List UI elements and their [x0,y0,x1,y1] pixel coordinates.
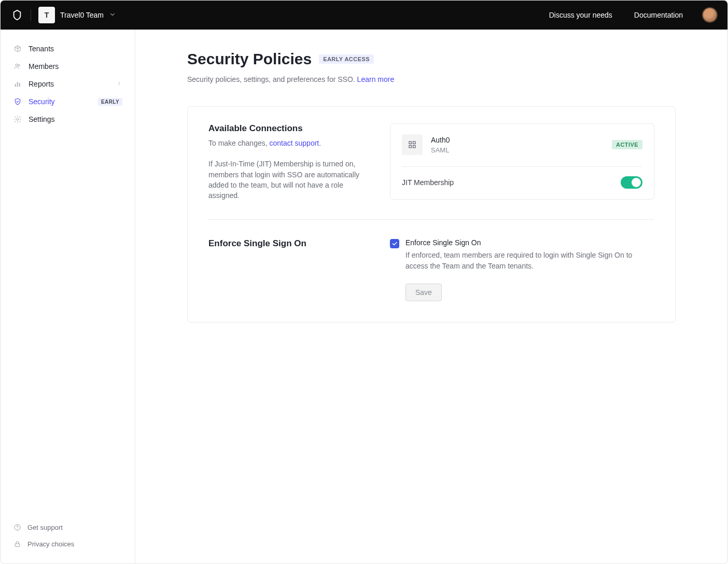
svg-rect-11 [409,146,412,148]
footer-label: Get support [27,524,63,531]
privacy-choices-link[interactable]: Privacy choices [8,537,128,551]
discuss-needs-link[interactable]: Discuss your needs [549,11,612,19]
sidebar-item-security[interactable]: Security EARLY [8,93,128,110]
page-subtitle: Security policies, settings, and prefere… [187,75,676,83]
connection-name: Auth0 [431,136,450,144]
sidebar-item-label: Reports [29,80,54,88]
users-icon [13,62,22,71]
team-name: Travel0 Team [60,11,104,19]
save-button[interactable]: Save [405,284,442,301]
connection-protocol: SAML [431,146,450,154]
sidebar-item-settings[interactable]: Settings [8,110,128,128]
footer-label: Privacy choices [27,540,74,548]
contact-support-link[interactable]: contact support. [270,139,321,147]
chevron-right-icon [116,80,122,88]
early-access-badge: EARLY ACCESS [319,54,374,64]
jit-membership-toggle[interactable] [621,176,642,189]
auth0-logo[interactable] [11,9,23,21]
early-badge: EARLY [98,98,122,106]
bar-chart-icon [13,79,22,89]
sidebar-item-members[interactable]: Members [8,58,128,75]
lock-icon [13,540,21,548]
learn-more-link[interactable]: Learn more [357,75,395,83]
gear-icon [13,115,22,124]
team-switcher[interactable]: T Travel0 Team [38,7,116,23]
main-content: Security Policies EARLY ACCESS Security … [135,30,727,563]
svg-point-1 [18,64,20,66]
shield-check-icon [13,97,22,106]
enforce-sso-label: Enforce Single Sign On [405,238,654,247]
sidebar-item-label: Security [29,97,55,106]
sidebar-item-label: Tenants [29,45,54,53]
chevron-down-icon [109,11,116,20]
enforce-sso-description: If enforced, team members are required t… [405,250,654,271]
user-avatar[interactable] [703,8,717,22]
jit-description: If Just-In-Time (JIT) Membership is turn… [208,159,369,201]
top-header: T Travel0 Team Discuss your needs Docume… [1,1,727,30]
available-connections-heading: Available Connections [208,123,369,134]
header-divider [31,9,31,21]
contact-support-text: To make changes, contact support. [208,138,369,148]
team-initial-badge: T [38,7,55,23]
documentation-link[interactable]: Documentation [634,11,683,19]
svg-rect-12 [413,146,416,148]
svg-rect-8 [15,543,20,546]
get-support-link[interactable]: Get support [8,520,128,534]
enforce-sso-checkbox[interactable] [390,239,399,248]
connection-card: Auth0 SAML ACTIVE JIT Membership [390,123,654,200]
svg-rect-4 [19,83,20,87]
sidebar: Tenants Members Reports [1,30,135,563]
svg-point-0 [16,64,18,66]
svg-rect-10 [413,142,416,144]
svg-rect-9 [409,142,412,144]
page-title: Security Policies [187,50,312,68]
settings-card: Available Connections To make changes, c… [187,106,676,322]
cube-icon [13,44,22,53]
svg-rect-2 [15,84,16,87]
grid-icon [402,134,423,155]
enforce-sso-heading: Enforce Single Sign On [208,238,369,249]
jit-membership-label: JIT Membership [402,178,454,187]
sidebar-item-label: Settings [29,115,55,123]
sidebar-item-label: Members [29,62,59,70]
sidebar-item-tenants[interactable]: Tenants [8,40,128,58]
sidebar-item-reports[interactable]: Reports [8,75,128,93]
help-circle-icon [13,523,21,531]
svg-point-5 [17,118,19,120]
active-badge: ACTIVE [612,140,642,149]
svg-point-7 [17,529,17,529]
svg-rect-3 [17,82,18,87]
